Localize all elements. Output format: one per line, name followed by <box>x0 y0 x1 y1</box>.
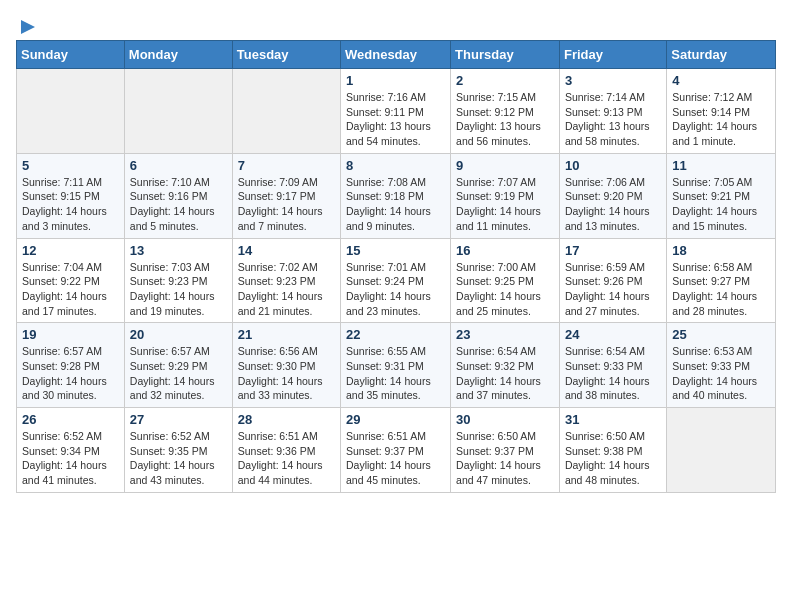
day-info: Sunrise: 7:09 AM Sunset: 9:17 PM Dayligh… <box>238 175 335 234</box>
calendar-body: 1Sunrise: 7:16 AM Sunset: 9:11 PM Daylig… <box>17 69 776 493</box>
weekday-header-thursday: Thursday <box>451 41 560 69</box>
day-info: Sunrise: 7:08 AM Sunset: 9:18 PM Dayligh… <box>346 175 445 234</box>
weekday-header-sunday: Sunday <box>17 41 125 69</box>
day-info: Sunrise: 6:59 AM Sunset: 9:26 PM Dayligh… <box>565 260 661 319</box>
calendar-cell: 17Sunrise: 6:59 AM Sunset: 9:26 PM Dayli… <box>559 238 666 323</box>
svg-marker-0 <box>21 20 35 34</box>
calendar-cell: 11Sunrise: 7:05 AM Sunset: 9:21 PM Dayli… <box>667 153 776 238</box>
day-number: 27 <box>130 412 227 427</box>
calendar-cell: 8Sunrise: 7:08 AM Sunset: 9:18 PM Daylig… <box>341 153 451 238</box>
day-info: Sunrise: 7:12 AM Sunset: 9:14 PM Dayligh… <box>672 90 770 149</box>
day-info: Sunrise: 7:11 AM Sunset: 9:15 PM Dayligh… <box>22 175 119 234</box>
day-number: 20 <box>130 327 227 342</box>
day-info: Sunrise: 6:54 AM Sunset: 9:33 PM Dayligh… <box>565 344 661 403</box>
day-info: Sunrise: 6:52 AM Sunset: 9:34 PM Dayligh… <box>22 429 119 488</box>
calendar-cell <box>17 69 125 154</box>
day-info: Sunrise: 7:00 AM Sunset: 9:25 PM Dayligh… <box>456 260 554 319</box>
day-number: 12 <box>22 243 119 258</box>
day-number: 28 <box>238 412 335 427</box>
calendar-week-row: 12Sunrise: 7:04 AM Sunset: 9:22 PM Dayli… <box>17 238 776 323</box>
calendar-cell: 21Sunrise: 6:56 AM Sunset: 9:30 PM Dayli… <box>232 323 340 408</box>
weekday-header-monday: Monday <box>124 41 232 69</box>
day-number: 15 <box>346 243 445 258</box>
calendar-cell: 24Sunrise: 6:54 AM Sunset: 9:33 PM Dayli… <box>559 323 666 408</box>
day-number: 16 <box>456 243 554 258</box>
calendar-cell: 26Sunrise: 6:52 AM Sunset: 9:34 PM Dayli… <box>17 408 125 493</box>
calendar-cell: 18Sunrise: 6:58 AM Sunset: 9:27 PM Dayli… <box>667 238 776 323</box>
calendar-cell: 4Sunrise: 7:12 AM Sunset: 9:14 PM Daylig… <box>667 69 776 154</box>
day-number: 9 <box>456 158 554 173</box>
day-info: Sunrise: 6:51 AM Sunset: 9:36 PM Dayligh… <box>238 429 335 488</box>
calendar-cell <box>232 69 340 154</box>
day-info: Sunrise: 7:15 AM Sunset: 9:12 PM Dayligh… <box>456 90 554 149</box>
day-info: Sunrise: 7:14 AM Sunset: 9:13 PM Dayligh… <box>565 90 661 149</box>
calendar-cell: 19Sunrise: 6:57 AM Sunset: 9:28 PM Dayli… <box>17 323 125 408</box>
logo-arrow-icon <box>17 16 39 38</box>
day-number: 6 <box>130 158 227 173</box>
day-number: 29 <box>346 412 445 427</box>
day-info: Sunrise: 6:57 AM Sunset: 9:28 PM Dayligh… <box>22 344 119 403</box>
day-info: Sunrise: 6:54 AM Sunset: 9:32 PM Dayligh… <box>456 344 554 403</box>
weekday-header-friday: Friday <box>559 41 666 69</box>
calendar-cell <box>667 408 776 493</box>
day-info: Sunrise: 7:01 AM Sunset: 9:24 PM Dayligh… <box>346 260 445 319</box>
calendar-cell: 10Sunrise: 7:06 AM Sunset: 9:20 PM Dayli… <box>559 153 666 238</box>
day-number: 22 <box>346 327 445 342</box>
calendar-cell: 12Sunrise: 7:04 AM Sunset: 9:22 PM Dayli… <box>17 238 125 323</box>
day-number: 5 <box>22 158 119 173</box>
day-number: 2 <box>456 73 554 88</box>
calendar-cell: 28Sunrise: 6:51 AM Sunset: 9:36 PM Dayli… <box>232 408 340 493</box>
calendar-cell: 1Sunrise: 7:16 AM Sunset: 9:11 PM Daylig… <box>341 69 451 154</box>
day-info: Sunrise: 7:07 AM Sunset: 9:19 PM Dayligh… <box>456 175 554 234</box>
day-number: 10 <box>565 158 661 173</box>
calendar-week-row: 26Sunrise: 6:52 AM Sunset: 9:34 PM Dayli… <box>17 408 776 493</box>
page-header <box>16 16 776 32</box>
day-info: Sunrise: 6:53 AM Sunset: 9:33 PM Dayligh… <box>672 344 770 403</box>
day-number: 4 <box>672 73 770 88</box>
day-info: Sunrise: 6:55 AM Sunset: 9:31 PM Dayligh… <box>346 344 445 403</box>
calendar-week-row: 1Sunrise: 7:16 AM Sunset: 9:11 PM Daylig… <box>17 69 776 154</box>
calendar-cell: 9Sunrise: 7:07 AM Sunset: 9:19 PM Daylig… <box>451 153 560 238</box>
day-info: Sunrise: 6:51 AM Sunset: 9:37 PM Dayligh… <box>346 429 445 488</box>
weekday-header-row: SundayMondayTuesdayWednesdayThursdayFrid… <box>17 41 776 69</box>
calendar-cell: 23Sunrise: 6:54 AM Sunset: 9:32 PM Dayli… <box>451 323 560 408</box>
day-number: 25 <box>672 327 770 342</box>
weekday-header-tuesday: Tuesday <box>232 41 340 69</box>
day-info: Sunrise: 6:56 AM Sunset: 9:30 PM Dayligh… <box>238 344 335 403</box>
calendar-cell: 6Sunrise: 7:10 AM Sunset: 9:16 PM Daylig… <box>124 153 232 238</box>
calendar-cell: 5Sunrise: 7:11 AM Sunset: 9:15 PM Daylig… <box>17 153 125 238</box>
day-info: Sunrise: 6:50 AM Sunset: 9:37 PM Dayligh… <box>456 429 554 488</box>
calendar-week-row: 19Sunrise: 6:57 AM Sunset: 9:28 PM Dayli… <box>17 323 776 408</box>
calendar-cell <box>124 69 232 154</box>
calendar-cell: 16Sunrise: 7:00 AM Sunset: 9:25 PM Dayli… <box>451 238 560 323</box>
day-info: Sunrise: 6:57 AM Sunset: 9:29 PM Dayligh… <box>130 344 227 403</box>
day-info: Sunrise: 7:06 AM Sunset: 9:20 PM Dayligh… <box>565 175 661 234</box>
day-info: Sunrise: 7:03 AM Sunset: 9:23 PM Dayligh… <box>130 260 227 319</box>
calendar-cell: 30Sunrise: 6:50 AM Sunset: 9:37 PM Dayli… <box>451 408 560 493</box>
day-info: Sunrise: 7:04 AM Sunset: 9:22 PM Dayligh… <box>22 260 119 319</box>
day-number: 26 <box>22 412 119 427</box>
calendar-cell: 3Sunrise: 7:14 AM Sunset: 9:13 PM Daylig… <box>559 69 666 154</box>
day-number: 14 <box>238 243 335 258</box>
day-info: Sunrise: 7:10 AM Sunset: 9:16 PM Dayligh… <box>130 175 227 234</box>
day-info: Sunrise: 6:50 AM Sunset: 9:38 PM Dayligh… <box>565 429 661 488</box>
calendar-cell: 2Sunrise: 7:15 AM Sunset: 9:12 PM Daylig… <box>451 69 560 154</box>
day-number: 8 <box>346 158 445 173</box>
day-info: Sunrise: 6:58 AM Sunset: 9:27 PM Dayligh… <box>672 260 770 319</box>
day-number: 23 <box>456 327 554 342</box>
day-number: 18 <box>672 243 770 258</box>
calendar-cell: 31Sunrise: 6:50 AM Sunset: 9:38 PM Dayli… <box>559 408 666 493</box>
calendar-cell: 15Sunrise: 7:01 AM Sunset: 9:24 PM Dayli… <box>341 238 451 323</box>
weekday-header-saturday: Saturday <box>667 41 776 69</box>
day-number: 30 <box>456 412 554 427</box>
day-info: Sunrise: 6:52 AM Sunset: 9:35 PM Dayligh… <box>130 429 227 488</box>
day-number: 21 <box>238 327 335 342</box>
weekday-header-wednesday: Wednesday <box>341 41 451 69</box>
day-number: 7 <box>238 158 335 173</box>
calendar-cell: 27Sunrise: 6:52 AM Sunset: 9:35 PM Dayli… <box>124 408 232 493</box>
day-number: 1 <box>346 73 445 88</box>
calendar-cell: 14Sunrise: 7:02 AM Sunset: 9:23 PM Dayli… <box>232 238 340 323</box>
calendar-table: SundayMondayTuesdayWednesdayThursdayFrid… <box>16 40 776 493</box>
calendar-week-row: 5Sunrise: 7:11 AM Sunset: 9:15 PM Daylig… <box>17 153 776 238</box>
day-number: 31 <box>565 412 661 427</box>
